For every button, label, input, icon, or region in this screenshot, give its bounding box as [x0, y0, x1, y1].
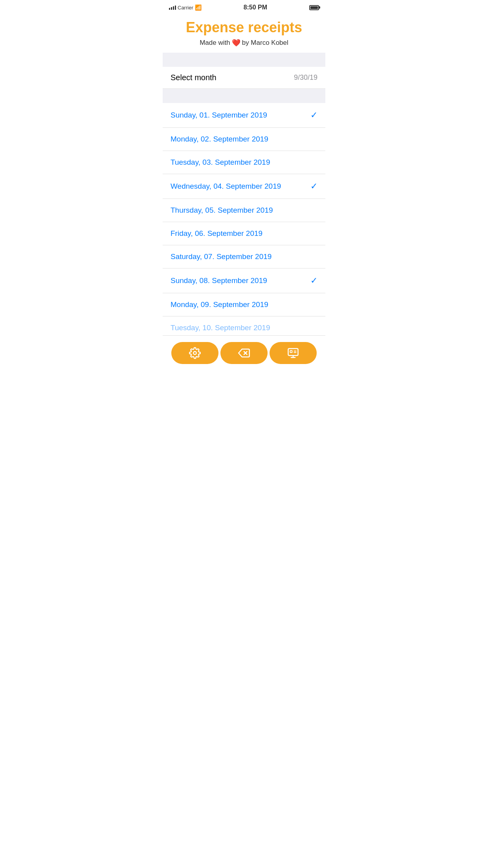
- section-separator-bottom: [163, 89, 325, 103]
- date-list-item[interactable]: Thursday, 05. September 2019: [163, 199, 325, 222]
- date-list-item[interactable]: Monday, 09. September 2019: [163, 293, 325, 316]
- date-list-item[interactable]: Monday, 02. September 2019: [163, 128, 325, 151]
- date-list-item[interactable]: Wednesday, 04. September 2019✓: [163, 174, 325, 199]
- app-title: Expense receipts: [171, 20, 317, 35]
- date-label: Sunday, 08. September 2019: [171, 276, 267, 285]
- date-label: Tuesday, 10. September 2019: [171, 324, 270, 332]
- date-list: Sunday, 01. September 2019✓Monday, 02. S…: [163, 103, 325, 335]
- time-label: 8:50 PM: [244, 4, 267, 11]
- subtitle: Made with ❤️ by Marco Kobel: [171, 39, 317, 47]
- date-label: Monday, 09. September 2019: [171, 300, 268, 309]
- subtitle-by: by Marco Kobel: [242, 39, 288, 47]
- date-label: Wednesday, 04. September 2019: [171, 182, 281, 191]
- date-list-item[interactable]: Tuesday, 10. September 2019: [163, 316, 325, 335]
- date-label: Monday, 02. September 2019: [171, 135, 268, 143]
- status-left: Carrier 📶: [169, 4, 202, 11]
- carrier-label: Carrier: [178, 5, 193, 11]
- wifi-icon: 📶: [195, 4, 202, 11]
- checkmark-icon: ✓: [310, 181, 317, 191]
- date-list-item[interactable]: Saturday, 07. September 2019: [163, 245, 325, 268]
- date-label: Thursday, 05. September 2019: [171, 206, 273, 215]
- date-list-item[interactable]: Friday, 06. September 2019: [163, 222, 325, 245]
- signal-icon: [169, 6, 176, 10]
- heart-icon: ❤️: [232, 39, 240, 47]
- checkmark-icon: ✓: [310, 110, 317, 120]
- date-label: Tuesday, 03. September 2019: [171, 158, 270, 167]
- section-separator-top: [163, 53, 325, 67]
- delete-icon: [238, 347, 250, 359]
- date-label: Sunday, 01. September 2019: [171, 111, 267, 120]
- status-bar: Carrier 📶 8:50 PM: [163, 0, 325, 13]
- app-header: Expense receipts Made with ❤️ by Marco K…: [163, 13, 325, 53]
- export-icon: [287, 347, 299, 359]
- select-month-date: 9/30/19: [294, 74, 317, 82]
- export-button[interactable]: [270, 342, 317, 364]
- svg-rect-6: [290, 350, 292, 352]
- date-label: Saturday, 07. September 2019: [171, 252, 272, 261]
- date-label: Friday, 06. September 2019: [171, 229, 262, 238]
- svg-rect-3: [288, 348, 298, 355]
- date-list-item[interactable]: Sunday, 08. September 2019✓: [163, 268, 325, 293]
- svg-point-0: [194, 351, 197, 355]
- settings-button[interactable]: [171, 342, 218, 364]
- checkmark-icon: ✓: [310, 276, 317, 286]
- subtitle-made: Made with: [200, 39, 230, 47]
- date-list-item[interactable]: Sunday, 01. September 2019✓: [163, 103, 325, 128]
- select-month-row[interactable]: Select month 9/30/19: [163, 67, 325, 89]
- battery-icon: [309, 5, 319, 10]
- delete-button[interactable]: [220, 342, 268, 364]
- date-list-item[interactable]: Tuesday, 03. September 2019: [163, 151, 325, 174]
- gear-icon: [189, 347, 201, 359]
- select-month-label: Select month: [171, 73, 216, 82]
- bottom-toolbar: [163, 335, 325, 376]
